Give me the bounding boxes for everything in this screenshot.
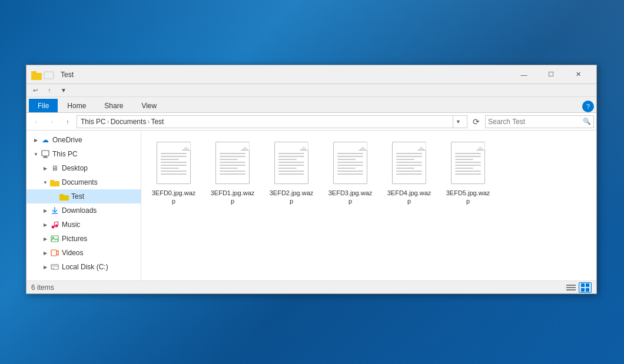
doc-line [455, 153, 481, 154]
title-bar: Test — ☐ ✕ [26, 65, 596, 84]
sidebar-label-videos: Videos [62, 249, 137, 257]
doc-line [161, 159, 179, 160]
tab-file[interactable]: File [29, 99, 58, 112]
sidebar-label-documents: Documents [62, 178, 137, 186]
disk-icon [50, 262, 59, 272]
sidebar-item-music[interactable]: ▶ Music [26, 218, 141, 232]
refresh-button[interactable]: ⟳ [469, 115, 483, 129]
svg-point-12 [52, 226, 55, 229]
grid-view-button[interactable] [579, 282, 592, 293]
svg-point-13 [55, 225, 58, 228]
doc-line [161, 156, 187, 157]
search-icon[interactable]: 🔍 [583, 118, 591, 125]
doc-line [220, 159, 238, 160]
expand-thispc[interactable]: ▼ [31, 147, 41, 161]
sidebar-item-test[interactable]: ▶ Test [26, 189, 141, 203]
path-sep-1: › [107, 118, 109, 126]
file-grid: 3EFD0.jpg.wazp3EFD1.jpg.wazp3EFD2.jpg.wa… [141, 131, 596, 280]
list-view-button[interactable] [565, 282, 577, 293]
file-item-4[interactable]: 3EFD4.jpg.wazp [383, 136, 436, 209]
expand-onedrive[interactable]: ▶ [31, 133, 41, 147]
doc-lines-4 [396, 153, 422, 175]
sidebar-item-documents[interactable]: ▼ Documents [26, 175, 141, 189]
address-path[interactable]: This PC › Documents › Test ▼ [77, 115, 467, 128]
window-controls: — ☐ ✕ [510, 65, 592, 84]
doc-lines-1 [220, 153, 245, 175]
properties-button[interactable]: ↑ [43, 85, 56, 96]
svg-rect-1 [31, 71, 36, 74]
tab-share[interactable]: Share [95, 99, 132, 112]
file-explorer-window: Test — ☐ ✕ ↩ ↑ ▼ File Home Share View ? … [26, 65, 597, 294]
file-item-3[interactable]: 3EFD3.jpg.wazp [324, 136, 377, 209]
doc-line [278, 165, 304, 166]
svg-rect-26 [581, 283, 585, 287]
doc-line [455, 159, 473, 160]
svg-rect-6 [43, 158, 48, 158]
file-icon-1 [212, 139, 253, 186]
doc-line [396, 165, 422, 166]
doc-lines-3 [337, 153, 363, 175]
doc-line [455, 165, 481, 166]
file-icon-5 [447, 139, 489, 186]
sidebar-item-videos[interactable]: ▶ Videos [26, 246, 141, 260]
doc-icon-3 [333, 142, 367, 184]
doc-line [278, 173, 304, 175]
sidebar-item-desktop[interactable]: ▶ 🖥 Desktop [26, 161, 141, 175]
doc-line [455, 168, 473, 169]
window-title: Test [61, 71, 510, 79]
file-item-1[interactable]: 3EFD1.jpg.wazp [206, 136, 259, 209]
doc-line [337, 168, 356, 169]
more-button[interactable]: ▼ [57, 85, 70, 96]
sidebar-item-thispc[interactable]: ▼ This PC [31, 147, 141, 161]
svg-rect-2 [44, 72, 54, 79]
file-item-5[interactable]: 3EFD5.jpg.wazp [442, 136, 494, 209]
doc-lines-0 [161, 153, 187, 175]
doc-line [278, 153, 304, 154]
file-icon-3 [330, 139, 371, 186]
expand-pictures[interactable]: ▶ [41, 232, 50, 246]
up-button[interactable]: ↑ [61, 115, 75, 129]
expand-downloads[interactable]: ▶ [41, 203, 50, 218]
expand-videos[interactable]: ▶ [41, 246, 50, 260]
file-name-5: 3EFD5.jpg.wazp [444, 189, 492, 206]
path-dropdown-button[interactable]: ▼ [453, 115, 463, 128]
expand-music[interactable]: ▶ [41, 218, 50, 232]
maximize-button[interactable]: ☐ [537, 65, 565, 84]
sidebar-label-downloads: Downloads [62, 206, 137, 215]
sidebar-item-downloads[interactable]: ▶ Downloads [26, 203, 141, 218]
onedrive-icon: ☁ [41, 135, 50, 145]
minimize-button[interactable]: — [510, 65, 537, 84]
sidebar-item-onedrive[interactable]: ▶ ☁ OneDrive [31, 133, 141, 147]
svg-rect-8 [50, 180, 54, 182]
file-item-0[interactable]: 3EFD0.jpg.wazp [147, 136, 200, 209]
expand-desktop[interactable]: ▶ [41, 161, 50, 175]
expand-localdisk[interactable]: ▶ [41, 260, 50, 274]
sidebar-label-test: Test [71, 192, 137, 201]
tab-view[interactable]: View [132, 99, 165, 112]
main-area: ▶ ☁ OneDrive ▼ This PC ▶ 🖥 Desktop ▼ [26, 131, 596, 280]
doc-lines-2 [278, 153, 304, 175]
sidebar-item-localdisk[interactable]: ▶ Local Disk (C:) [26, 260, 141, 274]
tab-home[interactable]: Home [58, 99, 95, 112]
help-button[interactable]: ? [582, 101, 594, 112]
search-box[interactable]: 🔍 [485, 115, 594, 128]
back-button[interactable]: ‹ [29, 115, 43, 129]
file-item-2[interactable]: 3EFD2.jpg.wazp [265, 136, 318, 209]
undo-button[interactable]: ↩ [29, 85, 42, 96]
doc-line [278, 156, 304, 157]
doc-line [220, 171, 245, 172]
downloads-icon [50, 206, 59, 215]
svg-rect-17 [51, 236, 58, 242]
doc-line [337, 165, 363, 166]
doc-line [220, 165, 245, 166]
close-button[interactable]: ✕ [565, 65, 592, 84]
search-input[interactable] [488, 118, 581, 126]
expand-documents[interactable]: ▼ [41, 175, 50, 189]
sidebar-item-pictures[interactable]: ▶ Pictures [26, 232, 141, 246]
doc-line [161, 168, 179, 169]
path-part-test: Test [151, 118, 164, 126]
doc-line [337, 171, 363, 172]
forward-button[interactable]: › [45, 115, 59, 129]
doc-line [337, 153, 363, 154]
quick-access-toolbar: ↩ ↑ ▼ [26, 84, 596, 97]
